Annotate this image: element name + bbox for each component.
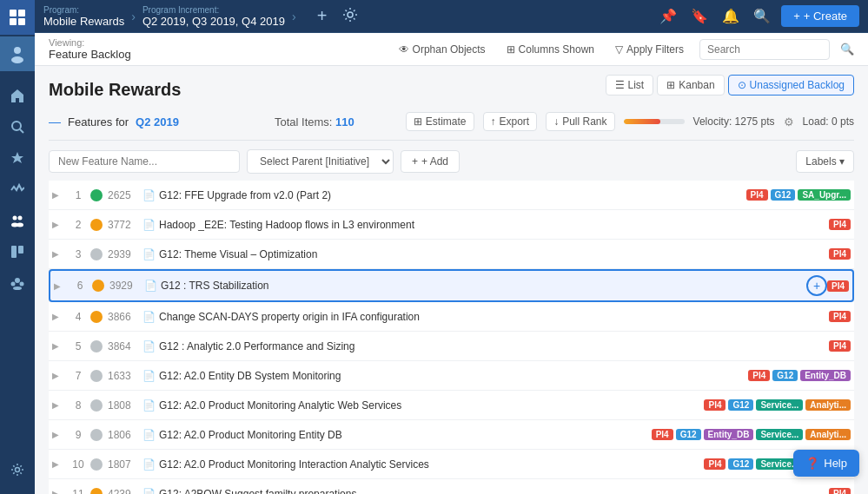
svg-point-9	[13, 216, 17, 221]
view-toggle: ☰ List ⊞ Kanban ⊙ Unassigned Backlog	[606, 75, 854, 96]
doc-icon: 📄	[142, 458, 156, 471]
pull-rank-icon: ↓	[553, 115, 559, 128]
table-row[interactable]: ▶ 7 1633 📄 G12: A2.0 Entity DB System Mo…	[49, 361, 854, 391]
table-row[interactable]: ▶ 8 1808 📄 G12: A2.0 Product Monitoring …	[49, 391, 854, 420]
orphan-objects-btn[interactable]: 👁 Orphan Objects	[394, 41, 491, 58]
estimate-btn[interactable]: ⊞ Estimate	[406, 112, 474, 131]
pull-rank-btn[interactable]: ↓ Pull Rank	[546, 112, 614, 131]
svg-point-5	[11, 56, 23, 63]
export-btn[interactable]: ↑ Export	[483, 112, 538, 131]
main-content: Mobile Rewards — Features for Q2 2019 To…	[35, 66, 868, 494]
row-tags: PI4	[829, 219, 851, 230]
sidebar-item-board[interactable]	[0, 236, 35, 267]
row-expand-icon[interactable]: ▶	[52, 459, 66, 469]
quarter-label: Q2 2019	[136, 115, 179, 128]
add-row: Select Parent [Initiative] + + Add Label…	[49, 149, 854, 174]
row-expand-icon[interactable]: ▶	[52, 249, 66, 259]
row-expand-icon[interactable]: ▶	[52, 220, 66, 229]
search-input[interactable]	[699, 39, 830, 60]
row-expand-icon[interactable]: ▶	[52, 400, 66, 410]
table-row[interactable]: ▶ 5 3864 📄 G12 : Analytic 2.0 Performanc…	[49, 332, 854, 361]
program-name: Mobile Rewards	[43, 15, 124, 28]
sidebar-item-favorites[interactable]	[0, 142, 35, 174]
sidebar-item-team[interactable]	[0, 205, 35, 236]
labels-btn[interactable]: Labels ▾	[796, 150, 854, 173]
row-title: 📄 G12: A2BOW Suggest familty preparation…	[142, 488, 829, 495]
increment-label: Program Increment:	[142, 5, 285, 15]
settings-icon[interactable]	[339, 3, 361, 30]
unassigned-backlog-btn[interactable]: ⊙ Unassigned Backlog	[728, 75, 854, 96]
collapse-icon[interactable]: —	[49, 115, 61, 128]
row-number: 3	[66, 248, 90, 260]
sidebar-item-settings[interactable]	[0, 454, 35, 485]
bookmark-icon[interactable]: 🔖	[687, 4, 712, 28]
sidebar-item-groups[interactable]	[0, 267, 35, 299]
row-expand-icon[interactable]: ▶	[54, 281, 68, 291]
doc-icon: 📄	[142, 429, 156, 441]
kanban-view-btn[interactable]: ⊞ Kanban	[657, 75, 724, 96]
velocity-settings-icon[interactable]: ⚙	[784, 115, 794, 128]
table-row[interactable]: ▶ 2 3772 📄 Hadoop _E2E: Testing Hadoop f…	[49, 210, 854, 240]
velocity-bar	[624, 119, 685, 124]
row-title: 📄 G12: A2.0 Product Monitoring Analytic …	[142, 399, 704, 412]
create-label: + Create	[804, 10, 847, 23]
create-icon: +	[793, 10, 800, 23]
top-nav: Program: Mobile Rewards › Program Increm…	[35, 0, 868, 33]
new-feature-input[interactable]	[49, 150, 240, 173]
table-row[interactable]: ▶ 10 1807 📄 G12: A2.0 Product Monitoring…	[49, 450, 854, 479]
row-id: 2939	[108, 248, 142, 260]
row-id: 3864	[108, 340, 142, 352]
create-button[interactable]: + + Create	[781, 5, 859, 27]
row-expand-icon[interactable]: ▶	[52, 430, 66, 439]
sidebar-item-activity[interactable]	[0, 174, 35, 205]
svg-rect-1	[18, 10, 25, 16]
orphan-icon: 👁	[399, 43, 409, 56]
tag-g12: G12	[676, 429, 701, 440]
tag-pi4: PI4	[829, 219, 851, 230]
sidebar-item-search[interactable]	[0, 111, 35, 142]
bell-icon[interactable]: 🔔	[719, 4, 743, 28]
table-row[interactable]: ▶ 3 2939 📄 G12: Theme Visual – Optimizat…	[49, 240, 854, 269]
list-label: List	[628, 79, 645, 91]
sidebar-item-home[interactable]	[0, 80, 35, 111]
row-number: 2	[66, 219, 90, 231]
row-expand-icon[interactable]: ▶	[52, 312, 66, 321]
row-number: 4	[66, 311, 90, 323]
row-title: 📄 G12: A2.0 Entity DB System Monitoring	[142, 370, 748, 382]
row-title: 📄 G12: A2.0 Product Monitoring Entity DB	[142, 429, 652, 441]
search-icon[interactable]: 🔍	[750, 4, 774, 28]
row-id: 3772	[108, 219, 142, 231]
row-tags: PI4	[829, 248, 851, 260]
estimate-label: Estimate	[426, 115, 467, 128]
row-tags: PI4	[829, 311, 851, 322]
help-button[interactable]: ❓ Help	[793, 450, 859, 477]
svg-line-7	[20, 129, 23, 133]
svg-rect-0	[10, 10, 17, 16]
search-btn[interactable]: 🔍	[840, 43, 854, 56]
table-row[interactable]: ▶ 9 1806 📄 G12: A2.0 Product Monitoring …	[49, 420, 854, 450]
row-title: 📄 G12 : TRS Stabilization	[144, 280, 799, 292]
row-tags: PI4G12Entity_DBService...Analyti...	[652, 429, 851, 440]
tag-pi4: PI4	[829, 311, 851, 322]
doc-icon: 📄	[142, 370, 156, 382]
columns-shown-btn[interactable]: ⊞ Columns Shown	[501, 41, 600, 58]
list-view-btn[interactable]: ☰ List	[606, 75, 654, 96]
viewing-section: Viewing: Feature Backlog	[49, 37, 131, 61]
add-icon[interactable]: +	[314, 3, 331, 30]
row-expand-icon[interactable]: ▶	[52, 341, 66, 351]
apply-filters-btn[interactable]: ▽ Apply Filters	[610, 41, 689, 58]
add-feature-btn[interactable]: + + Add	[401, 150, 460, 173]
row-expand-icon[interactable]: ▶	[52, 190, 66, 200]
table-row[interactable]: ▶ 1 2625 📄 G12: FFE Upgrade from v2.0 (P…	[49, 181, 854, 210]
row-expand-icon[interactable]: ▶	[52, 489, 66, 494]
add-child-btn[interactable]: +	[806, 275, 827, 296]
avatar[interactable]	[0, 36, 35, 71]
unassigned-label: Unassigned Backlog	[750, 79, 845, 91]
table-row[interactable]: ▶ 4 3866 📄 Change SCAN-DAYS property ori…	[49, 302, 854, 332]
pin-icon[interactable]: 📌	[656, 4, 680, 28]
parent-select[interactable]: Select Parent [Initiative]	[247, 149, 394, 174]
table-row[interactable]: ▶ 6 3929 📄 G12 : TRS Stabilization + PI4	[49, 269, 854, 302]
row-expand-icon[interactable]: ▶	[52, 371, 66, 380]
row-number: 10	[66, 458, 90, 471]
table-row[interactable]: ▶ 11 4239 📄 G12: A2BOW Suggest familty p…	[49, 479, 854, 494]
